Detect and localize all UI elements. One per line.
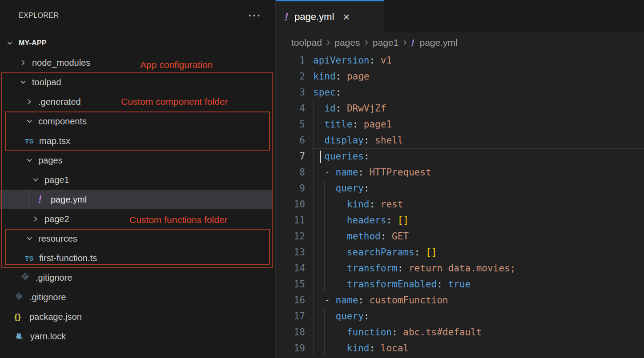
code-line[interactable]: 16 - name: customFunction: [276, 292, 644, 308]
line-number[interactable]: 13: [276, 244, 311, 260]
tree-item-generated[interactable]: .generated: [0, 92, 275, 111]
breadcrumb-item-page1[interactable]: page1: [373, 37, 398, 48]
line-number[interactable]: 10: [276, 196, 311, 212]
indent-guide: [336, 244, 336, 260]
indent-guide: [313, 244, 314, 260]
tree-item-map-tsx[interactable]: TSmap.tsx: [0, 131, 275, 151]
line-number[interactable]: 5: [276, 116, 311, 132]
breadcrumb-item-file[interactable]: !page.yml: [411, 37, 458, 48]
line-number[interactable]: 18: [276, 324, 311, 340]
code-line[interactable]: 5 title: page1: [276, 116, 644, 132]
code-line-content[interactable]: headers: []: [311, 212, 644, 228]
line-number[interactable]: 3: [276, 84, 311, 100]
tree-item-first-function-ts[interactable]: TSfirst-function.ts: [0, 248, 275, 268]
indent-guide: [313, 260, 314, 276]
tree-item-yarn-lock[interactable]: yarn.lock: [0, 326, 275, 346]
code-line-content[interactable]: - name: customFunction: [311, 292, 644, 308]
indent-guide: [324, 196, 325, 212]
code-line-content[interactable]: query:: [311, 180, 644, 196]
code-line[interactable]: 2kind: page: [276, 68, 644, 84]
code-line-content[interactable]: kind: page: [311, 68, 644, 84]
code-line-content[interactable]: display: shell: [311, 132, 644, 148]
code-line-content[interactable]: kind: local: [311, 340, 644, 356]
code-line-content[interactable]: transformEnabled: true: [311, 276, 644, 292]
more-actions-icon[interactable]: ⋯: [248, 12, 262, 19]
indent-guide: [324, 276, 325, 292]
tree-item-my-app[interactable]: MY-APP: [0, 33, 275, 53]
code-line-content[interactable]: kind: rest: [311, 196, 644, 212]
breadcrumb-item-toolpad[interactable]: toolpad: [291, 37, 322, 48]
code-line[interactable]: 12 method: GET: [276, 228, 644, 244]
line-number[interactable]: 6: [276, 132, 311, 148]
indent-guide: [313, 308, 314, 324]
code-line[interactable]: 14 transform: return data.movies;: [276, 260, 644, 276]
breadcrumb: toolpad›pages›page1›!page.yml: [276, 32, 644, 52]
tree-item-page-yml[interactable]: !page.yml: [0, 190, 275, 209]
code-line[interactable]: 11 headers: []: [276, 212, 644, 228]
tree-item-pages[interactable]: pages: [0, 151, 275, 170]
tab-page-yml[interactable]: ! page.yml ×: [276, 0, 384, 32]
code-line[interactable]: 8 - name: HTTPrequest: [276, 164, 644, 180]
code-line-content[interactable]: method: GET: [311, 228, 644, 244]
line-number[interactable]: 14: [276, 260, 311, 276]
git-icon: [14, 291, 24, 303]
breadcrumb-separator: ›: [403, 36, 407, 48]
line-number[interactable]: 2: [276, 68, 311, 84]
indent-guide: [313, 212, 314, 228]
chevron-down-icon: [26, 235, 33, 242]
tree-item-gitignore-root[interactable]: .gitignore: [0, 287, 275, 307]
line-number[interactable]: 1: [276, 52, 311, 68]
chevron-right-icon: [26, 98, 33, 105]
tree-item-toolpad[interactable]: toolpad: [0, 72, 275, 92]
line-number[interactable]: 19: [276, 340, 311, 356]
line-number[interactable]: 11: [276, 212, 311, 228]
indent-guide: [313, 164, 314, 180]
line-number[interactable]: 17: [276, 308, 311, 324]
code-line-content[interactable]: - name: HTTPrequest: [311, 164, 644, 180]
tree-indent-guide: [28, 190, 28, 209]
code-line-content[interactable]: searchParams: []: [311, 244, 644, 260]
tree-item-components[interactable]: components: [0, 111, 275, 131]
code-line[interactable]: 3spec:: [276, 84, 644, 100]
code-line-content[interactable]: apiVersion: v1: [311, 52, 644, 68]
indent-guide: [324, 228, 325, 244]
code-line[interactable]: 18 function: abc.ts#default: [276, 324, 644, 340]
line-number[interactable]: 7: [276, 148, 311, 164]
tree-item-page1[interactable]: page1: [0, 170, 275, 190]
code-line[interactable]: 10 kind: rest: [276, 196, 644, 212]
tree-item-label: toolpad: [32, 77, 61, 88]
code-line-content[interactable]: id: DRwVjZf: [311, 100, 644, 116]
line-number[interactable]: 8: [276, 164, 311, 180]
git-icon: [20, 272, 30, 283]
code-line-content[interactable]: function: abc.ts#default: [311, 324, 644, 340]
code-line-content[interactable]: title: page1: [311, 116, 644, 132]
code-line[interactable]: 4 id: DRwVjZf: [276, 100, 644, 116]
line-number[interactable]: 16: [276, 292, 311, 308]
line-number[interactable]: 12: [276, 228, 311, 244]
code-line[interactable]: 17 query:: [276, 308, 644, 324]
code-line[interactable]: 1apiVersion: v1: [276, 52, 644, 68]
code-line[interactable]: 13 searchParams: []: [276, 244, 644, 260]
tree-item-package-json[interactable]: {}package.json: [0, 307, 275, 326]
code-line[interactable]: 6 display: shell: [276, 132, 644, 148]
vscode-window: EXPLORER ⋯ MY-APPnode_modulestoolpad.gen…: [0, 0, 644, 358]
code-line-content[interactable]: transform: return data.movies;: [311, 260, 644, 276]
line-number[interactable]: 9: [276, 180, 311, 196]
code-editor[interactable]: 1apiVersion: v12kind: page3spec:4 id: DR…: [276, 52, 644, 356]
code-line-content[interactable]: queries:: [311, 148, 644, 164]
code-line-content[interactable]: query:: [311, 308, 644, 324]
code-line-content[interactable]: spec:: [311, 84, 644, 100]
tree-item-node-modules[interactable]: node_modules: [0, 53, 275, 72]
code-line[interactable]: 19 kind: local: [276, 340, 644, 356]
tree-item-resources[interactable]: resources: [0, 229, 275, 248]
indent-guide: [324, 180, 325, 196]
breadcrumb-item-pages[interactable]: pages: [334, 37, 360, 48]
line-number[interactable]: 15: [276, 276, 311, 292]
code-line[interactable]: 9 query:: [276, 180, 644, 196]
tree-item-gitignore-toolpad[interactable]: .gitignore: [0, 268, 275, 287]
tree-item-page2[interactable]: page2: [0, 209, 275, 229]
code-line[interactable]: 7 queries:: [276, 148, 644, 164]
code-line[interactable]: 15 transformEnabled: true: [276, 276, 644, 292]
close-tab-icon[interactable]: ×: [343, 12, 350, 21]
line-number[interactable]: 4: [276, 100, 311, 116]
